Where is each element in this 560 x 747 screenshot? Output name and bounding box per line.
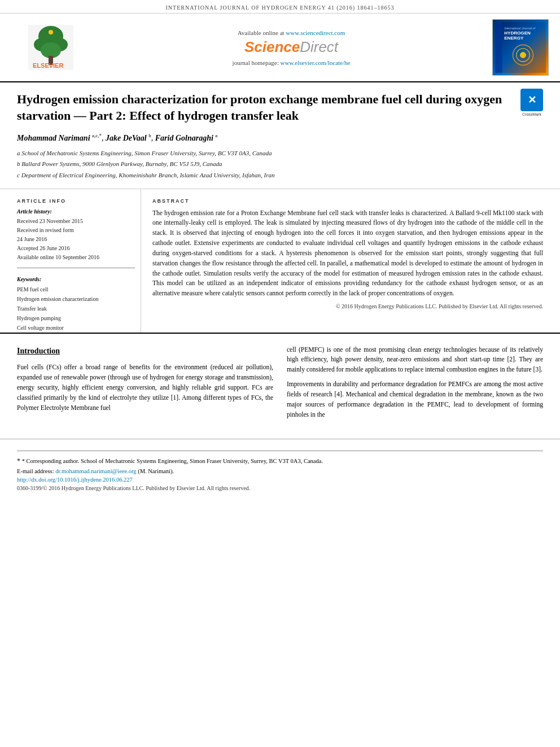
history-revised-date: 24 June 2016 xyxy=(17,235,135,244)
elsevier-logo: ELSEVIER xyxy=(11,25,90,70)
svg-rect-9 xyxy=(495,22,502,73)
footer-email-link[interactable]: dr.mohammad.narimani@ieee.org xyxy=(55,468,136,474)
keyword-2: Hydrogen emission characterization xyxy=(17,294,135,304)
crossmark-icon: ✕ xyxy=(520,89,543,111)
sciencedirect-logo: ScienceDirect xyxy=(90,38,492,56)
svg-text:ELSEVIER: ELSEVIER xyxy=(33,62,63,69)
abstract-column: Abstract The hydrogen emission rate for … xyxy=(152,189,543,333)
authors-line: Mohammad Narimani a,c,*, Jake DeVaal b, … xyxy=(17,133,543,143)
article-history-label: Article history: xyxy=(17,208,135,215)
journal-center-info: Available online at www.sciencedirect.co… xyxy=(90,29,492,66)
history-received-revised: Received in revised form xyxy=(17,226,135,235)
article-main-title: Hydrogen emission characterization for p… xyxy=(17,91,543,124)
available-online-text: Available online at www.sciencedirect.co… xyxy=(90,29,492,36)
keyword-1: PEM fuel cell xyxy=(17,285,135,294)
journal-header-top: International Journal of Hydrogen Energy… xyxy=(0,0,560,14)
author-3-sup: a xyxy=(215,133,217,138)
svg-point-6 xyxy=(49,30,53,34)
affil-1: a School of Mechatronic Systems Engineer… xyxy=(17,148,543,159)
journal-homepage: journal homepage: www.elsevier.com/locat… xyxy=(90,59,492,66)
journal-cover-image: International Journal of HYDROGEN ENERGY xyxy=(492,19,549,76)
corresponding-author-note: * * Corresponding author. School of Mech… xyxy=(17,456,543,466)
article-info-header: Article Info xyxy=(17,198,135,204)
author-3-name: Farid Golnaraghi xyxy=(155,134,213,142)
keywords-label: Keywords: xyxy=(17,276,135,282)
author-1-name: Mohammad Narimani xyxy=(17,134,90,142)
intro-para-3: Improvements in durability and performan… xyxy=(287,379,543,420)
abstract-header: Abstract xyxy=(152,198,543,204)
affiliations: a School of Mechatronic Systems Engineer… xyxy=(17,148,543,181)
intro-right-col: cell (PEMFC) is one of the most promisin… xyxy=(287,345,543,425)
abstract-copyright: © 2016 Hydrogen Energy Publications LLC.… xyxy=(152,303,543,309)
affil-3: c Department of Electrical Engineering, … xyxy=(17,171,543,181)
crossmark-badge: ✕ CrossMark xyxy=(520,89,543,111)
journal-cover-svg: International Journal of HYDROGEN ENERGY xyxy=(492,22,549,73)
intro-two-col: Introduction Fuel cells (FCs) offer a br… xyxy=(17,345,543,425)
elsevier-tree-icon: ELSEVIER xyxy=(28,25,73,70)
journal-homepage-link[interactable]: www.elsevier.com/locate/he xyxy=(281,59,351,66)
history-divider xyxy=(17,268,135,268)
history-accepted: Accepted 26 June 2016 xyxy=(17,244,135,253)
keyword-4: Hydrogen pumping xyxy=(17,313,135,323)
footer-doi[interactable]: http://dx.doi.org/10.1016/j.ijhydene.201… xyxy=(17,477,543,483)
history-received: Received 23 November 2015 xyxy=(17,217,135,226)
svg-point-4 xyxy=(41,42,61,58)
article-info-abstract: Article Info Article history: Received 2… xyxy=(0,189,560,333)
history-available: Available online 10 September 2016 xyxy=(17,253,135,262)
svg-text:ENERGY: ENERGY xyxy=(504,36,524,41)
affil-2: b Ballard Power Systems, 9000 Glenlyon P… xyxy=(17,159,543,169)
footer-divider xyxy=(17,451,543,451)
svg-point-15 xyxy=(520,52,526,58)
intro-para-1: Fuel cells (FCs) offer a broad range of … xyxy=(17,362,273,413)
corresponding-star: * xyxy=(17,457,20,465)
sciencedirect-url[interactable]: www.sciencedirect.com xyxy=(286,29,345,36)
intro-para-2: cell (PEMFC) is one of the most promisin… xyxy=(287,345,543,375)
article-title-section: ✕ CrossMark Hydrogen emission characteri… xyxy=(0,82,560,189)
svg-text:International Journal of: International Journal of xyxy=(504,27,535,30)
author-2-sup: b xyxy=(148,133,151,138)
keyword-3: Transfer leak xyxy=(17,304,135,313)
footer-issn: 0360-3199/© 2016 Hydrogen Energy Publica… xyxy=(17,485,543,491)
svg-text:HYDROGEN: HYDROGEN xyxy=(504,30,531,36)
author-2-name: Jake DeVaal xyxy=(106,134,147,142)
footer-email-line: E-mail address: dr.mohammad.narimani@iee… xyxy=(17,468,543,474)
author-1-sup: a,c,* xyxy=(92,133,102,138)
article-info-column: Article Info Article history: Received 2… xyxy=(17,189,141,333)
abstract-text: The hydrogen emission rate for a Proton … xyxy=(152,208,543,299)
page-footer: * * Corresponding author. School of Mech… xyxy=(0,439,560,496)
intro-heading: Introduction xyxy=(17,345,273,357)
journal-header: ELSEVIER Available online at www.science… xyxy=(0,14,560,82)
keyword-5: Cell voltage monitor xyxy=(17,323,135,333)
intro-left-col: Introduction Fuel cells (FCs) offer a br… xyxy=(17,345,273,425)
introduction-section: Introduction Fuel cells (FCs) offer a br… xyxy=(0,333,560,434)
